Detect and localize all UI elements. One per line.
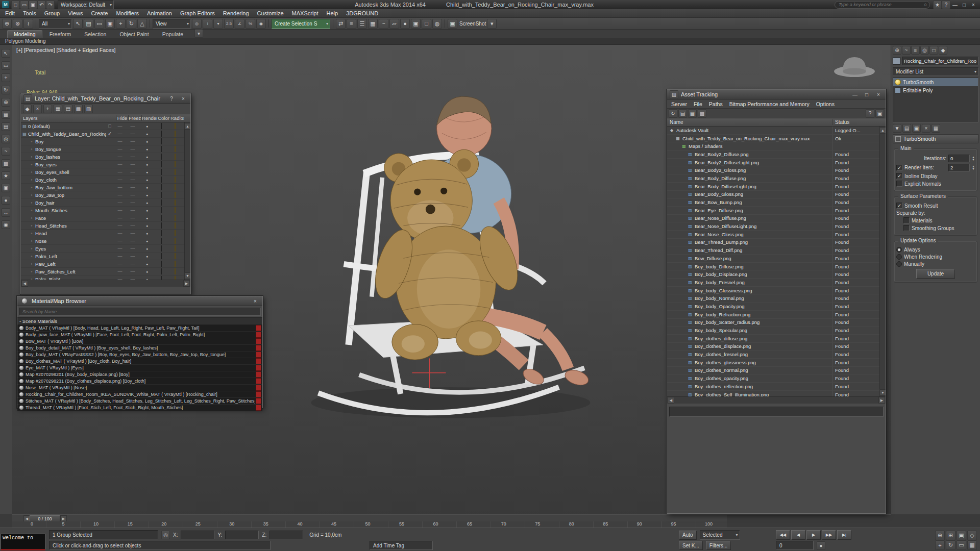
- turbosmooth-rollout-header[interactable]: − TurboSmooth: [893, 134, 978, 143]
- asset-name-cell[interactable]: Bear_Body_Gloss.png: [667, 191, 832, 197]
- material-name[interactable]: Rocking_Chair_for_Children_Room_IKEA_SUN…: [26, 392, 255, 397]
- render-toggle[interactable]: [139, 261, 155, 266]
- render-production-icon[interactable]: ◍: [432, 19, 442, 29]
- axis-icon[interactable]: ↔: [2, 208, 10, 217]
- layer-name[interactable]: Boy_eyes_shell: [35, 169, 106, 175]
- ribbon-tab[interactable]: Modeling: [7, 30, 42, 38]
- material-name[interactable]: Map #2070298231 (Boy_clothes_displace.pn…: [26, 379, 255, 384]
- new-file-icon[interactable]: □: [11, 1, 20, 9]
- smoothing-groups-checkbox[interactable]: [903, 225, 910, 231]
- reference-coordinate-dropdown[interactable]: View: [153, 19, 191, 29]
- radiosity-icon[interactable]: [175, 146, 176, 152]
- radiosity-icon[interactable]: [175, 169, 176, 175]
- modifier-list-dropdown[interactable]: Modifier List: [893, 67, 978, 76]
- ribbon-tab[interactable]: Freeform: [43, 31, 78, 38]
- asset-menu-item[interactable]: File: [694, 101, 702, 107]
- menu-item[interactable]: Modifiers: [116, 10, 139, 16]
- add-to-layer-icon[interactable]: +: [43, 105, 52, 113]
- radiosity-cell[interactable]: [168, 131, 182, 136]
- asset-row[interactable]: Boy_clothes_displace.png Found: [667, 343, 879, 351]
- refresh-icon[interactable]: ↻: [669, 109, 677, 118]
- maximize-viewport-icon[interactable]: ▦: [967, 540, 977, 550]
- layer-manager-icon[interactable]: ☰: [357, 19, 367, 29]
- material-row[interactable]: Rocking_Chair_for_Children_Room_IKEA_SUN…: [17, 391, 262, 398]
- asset-horizontal-scrollbar[interactable]: ◀ ▶: [667, 396, 886, 404]
- material-row[interactable]: Boy_body_MAT ( VRayFastSSS2 ) [Boy, Boy_…: [17, 352, 262, 358]
- asset-name-cell[interactable]: Boy_clothes_opacity.png: [667, 375, 832, 381]
- object-name-field[interactable]: Rocking_Chair_for_Children_Roo: [902, 57, 978, 65]
- render-toggle[interactable]: [139, 254, 155, 259]
- asset-row[interactable]: Bow_Diffuse.png Found: [667, 255, 879, 263]
- radiosity-icon[interactable]: [175, 131, 176, 137]
- asset-name-cell[interactable]: Boy_body_Scatter_radius.png: [667, 319, 832, 325]
- freeze-toggle[interactable]: [126, 246, 139, 251]
- radiosity-cell[interactable]: [168, 254, 182, 259]
- layer-row[interactable]: Boy_hair: [21, 199, 184, 207]
- freeze-toggle[interactable]: [126, 231, 139, 236]
- layer-row[interactable]: Eyes: [21, 245, 184, 253]
- asset-row[interactable]: Bear_Bow_Bump.png Found: [667, 198, 879, 207]
- screenshot-label[interactable]: ScreenShot: [459, 21, 486, 27]
- ribbon-minimize-icon[interactable]: ▾: [194, 29, 203, 38]
- favorites-star-icon[interactable]: ★: [933, 1, 942, 9]
- rectangular-region-icon[interactable]: ▭: [94, 19, 104, 29]
- show-end-result-icon[interactable]: ▤: [902, 124, 911, 133]
- render-toggle[interactable]: [139, 200, 155, 205]
- layer-color-swatch[interactable]: [161, 222, 162, 229]
- configure-modifier-icon[interactable]: ▦: [932, 124, 940, 133]
- freeze-toggle[interactable]: [126, 261, 139, 266]
- asset-name-cell[interactable]: Bear_Bow_Bump.png: [667, 199, 832, 205]
- material-row[interactable]: Boy_body_detail_MAT ( VRayMtl ) [Boy_eye…: [17, 345, 262, 352]
- render-toggle[interactable]: [139, 131, 155, 136]
- layer-row[interactable]: Child_with_Teddy_Bear_on_Rocking_Chair: [21, 130, 184, 138]
- layer-name[interactable]: Boy_Jaw_bottom: [35, 185, 106, 190]
- layer-color-swatch[interactable]: [161, 215, 162, 221]
- material-row[interactable]: Body_paw_face_MAT ( VRayMtl ) [Face, Foo…: [17, 332, 262, 338]
- radiosity-cell[interactable]: [168, 246, 182, 251]
- radiosity-cell[interactable]: [168, 192, 182, 197]
- modifier-enable-bulb-icon[interactable]: [895, 79, 901, 85]
- layer-close-button[interactable]: ×: [179, 95, 188, 102]
- layer-name[interactable]: Boy_Jaw_top: [35, 192, 106, 198]
- freeze-toggle[interactable]: [126, 208, 139, 213]
- material-browser-titlebar[interactable]: Material/Map Browser ×: [17, 296, 262, 306]
- maxscript-mini-listener[interactable]: Welcome to: [1, 534, 45, 550]
- spinner-snap-icon[interactable]: ◉: [256, 19, 266, 29]
- region-select-icon[interactable]: ▭: [2, 61, 10, 70]
- play-icon[interactable]: ▶: [806, 530, 821, 540]
- color-cell[interactable]: [155, 231, 168, 236]
- freeze-toggle[interactable]: [126, 200, 139, 205]
- freeze-toggle[interactable]: [126, 185, 139, 190]
- layer-row[interactable]: Mouth_Stiches: [21, 207, 184, 214]
- layer-row[interactable]: Boy_eyes: [21, 161, 184, 168]
- layer-row[interactable]: Head_Stitches: [21, 222, 184, 230]
- asset-name-cell[interactable]: Boy_clothes_reflection.png: [667, 384, 832, 389]
- select-and-link-icon[interactable]: ⊕: [2, 19, 12, 29]
- material-search-box[interactable]: [19, 308, 261, 316]
- asset-row[interactable]: Bear_Thread_Bump.png Found: [667, 239, 879, 247]
- highlight-layer-icon[interactable]: ▤: [64, 105, 72, 113]
- material-name[interactable]: Bow_MAT ( VRayMtl ) [Bow]: [26, 339, 255, 344]
- freeze-toggle[interactable]: [126, 269, 139, 274]
- menu-item[interactable]: Edit: [5, 10, 15, 16]
- save-file-icon[interactable]: ▣: [29, 1, 37, 9]
- layer-horizontal-scrollbar[interactable]: ◀ ▶: [21, 280, 190, 287]
- layer-name[interactable]: Nose: [35, 238, 106, 244]
- asset-row[interactable]: Child_with_Teddy_Bear_on_Rocking_Chair_m…: [667, 135, 879, 143]
- asset-name-cell[interactable]: Bear_Body2_Diffuse.png: [667, 152, 832, 157]
- orbit-icon[interactable]: ↻: [946, 540, 955, 550]
- asset-name-cell[interactable]: Bear_Nose_DiffuseLight.png: [667, 223, 832, 229]
- iterations-field[interactable]: 0: [948, 155, 970, 162]
- layer-color-swatch[interactable]: [161, 161, 162, 167]
- snap-toggle-icon[interactable]: 2.5: [224, 19, 234, 29]
- material-name[interactable]: Boy_body_detail_MAT ( VRayMtl ) [Boy_eye…: [26, 345, 255, 350]
- hide-toggle[interactable]: [114, 162, 126, 167]
- material-row[interactable]: Nose_MAT ( VRayMtl ) [Nose]: [17, 385, 262, 391]
- radiosity-icon[interactable]: [175, 123, 176, 129]
- panel-icon[interactable]: ▣: [2, 184, 10, 192]
- prev-frame-icon[interactable]: ◀: [791, 530, 805, 540]
- asset-name-cell[interactable]: Bear_Thread_Bump.png: [667, 239, 832, 245]
- hide-toggle[interactable]: [114, 223, 126, 228]
- help-icon[interactable]: ?: [866, 109, 874, 118]
- radiosity-icon[interactable]: [175, 253, 176, 259]
